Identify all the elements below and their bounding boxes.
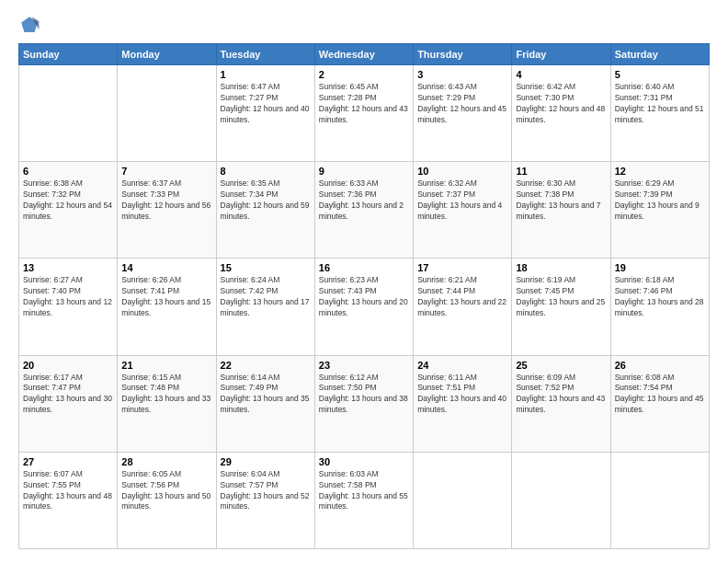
calendar-day-cell: 11 Sunrise: 6:30 AM Sunset: 7:38 PM Dayl… (512, 162, 610, 259)
weekday-header: Tuesday (216, 44, 314, 65)
calendar-day-cell: 29 Sunrise: 6:04 AM Sunset: 7:57 PM Dayl… (216, 452, 314, 548)
logo (18, 14, 44, 36)
day-number: 10 (417, 166, 507, 177)
day-number: 16 (319, 262, 409, 273)
day-number: 21 (121, 360, 211, 371)
day-number: 28 (121, 456, 211, 467)
day-info: Sunrise: 6:35 AM Sunset: 7:34 PM Dayligh… (221, 178, 311, 223)
calendar-day-cell (512, 452, 610, 548)
day-info: Sunrise: 6:40 AM Sunset: 7:31 PM Dayligh… (615, 82, 705, 126)
calendar-week-row: 27 Sunrise: 6:07 AM Sunset: 7:55 PM Dayl… (19, 452, 710, 548)
day-number: 19 (615, 262, 705, 273)
day-number: 27 (23, 456, 113, 467)
weekday-header: Saturday (610, 44, 709, 65)
day-info: Sunrise: 6:12 AM Sunset: 7:50 PM Dayligh… (319, 373, 409, 417)
calendar-day-cell: 21 Sunrise: 6:15 AM Sunset: 7:48 PM Dayl… (118, 355, 216, 452)
calendar-day-cell: 3 Sunrise: 6:43 AM Sunset: 7:29 PM Dayli… (414, 65, 512, 162)
day-info: Sunrise: 6:30 AM Sunset: 7:38 PM Dayligh… (516, 178, 606, 223)
calendar-week-row: 6 Sunrise: 6:38 AM Sunset: 7:32 PM Dayli… (19, 162, 710, 259)
day-number: 4 (516, 69, 606, 80)
calendar-day-cell (19, 65, 118, 162)
calendar-day-cell: 5 Sunrise: 6:40 AM Sunset: 7:31 PM Dayli… (610, 65, 709, 162)
day-info: Sunrise: 6:18 AM Sunset: 7:46 PM Dayligh… (615, 275, 705, 319)
calendar-week-row: 13 Sunrise: 6:27 AM Sunset: 7:40 PM Dayl… (19, 259, 710, 355)
calendar-day-cell: 12 Sunrise: 6:29 AM Sunset: 7:39 PM Dayl… (610, 162, 709, 259)
calendar-day-cell: 16 Sunrise: 6:23 AM Sunset: 7:43 PM Dayl… (314, 259, 413, 355)
weekday-header: Sunday (19, 44, 118, 65)
calendar-day-cell: 15 Sunrise: 6:24 AM Sunset: 7:42 PM Dayl… (216, 259, 314, 355)
calendar-day-cell: 22 Sunrise: 6:14 AM Sunset: 7:49 PM Dayl… (216, 355, 314, 452)
calendar-table: SundayMondayTuesdayWednesdayThursdayFrid… (18, 43, 710, 549)
day-info: Sunrise: 6:05 AM Sunset: 7:56 PM Dayligh… (121, 469, 211, 513)
day-number: 24 (417, 360, 507, 371)
day-info: Sunrise: 6:03 AM Sunset: 7:58 PM Dayligh… (319, 469, 409, 513)
day-number: 7 (121, 166, 211, 177)
day-number: 2 (319, 69, 409, 80)
calendar-day-cell: 27 Sunrise: 6:07 AM Sunset: 7:55 PM Dayl… (19, 452, 118, 548)
calendar-day-cell: 17 Sunrise: 6:21 AM Sunset: 7:44 PM Dayl… (414, 259, 512, 355)
logo-icon (18, 14, 40, 36)
calendar-day-cell: 8 Sunrise: 6:35 AM Sunset: 7:34 PM Dayli… (216, 162, 314, 259)
day-info: Sunrise: 6:08 AM Sunset: 7:54 PM Dayligh… (615, 373, 705, 417)
calendar-day-cell (118, 65, 216, 162)
day-info: Sunrise: 6:37 AM Sunset: 7:33 PM Dayligh… (121, 178, 211, 223)
day-number: 5 (615, 69, 705, 80)
day-number: 9 (319, 166, 409, 177)
page: SundayMondayTuesdayWednesdayThursdayFrid… (0, 0, 728, 563)
day-number: 3 (417, 69, 507, 80)
day-number: 6 (23, 166, 113, 177)
day-info: Sunrise: 6:11 AM Sunset: 7:51 PM Dayligh… (417, 373, 507, 417)
calendar-day-cell: 9 Sunrise: 6:33 AM Sunset: 7:36 PM Dayli… (314, 162, 413, 259)
calendar-day-cell: 14 Sunrise: 6:26 AM Sunset: 7:41 PM Dayl… (118, 259, 216, 355)
day-info: Sunrise: 6:17 AM Sunset: 7:47 PM Dayligh… (23, 373, 113, 417)
calendar-day-cell: 30 Sunrise: 6:03 AM Sunset: 7:58 PM Dayl… (314, 452, 413, 548)
day-info: Sunrise: 6:23 AM Sunset: 7:43 PM Dayligh… (319, 275, 409, 319)
weekday-header: Thursday (414, 44, 512, 65)
calendar-day-cell: 26 Sunrise: 6:08 AM Sunset: 7:54 PM Dayl… (610, 355, 709, 452)
day-info: Sunrise: 6:24 AM Sunset: 7:42 PM Dayligh… (221, 275, 311, 319)
day-number: 18 (516, 262, 606, 273)
calendar-day-cell: 7 Sunrise: 6:37 AM Sunset: 7:33 PM Dayli… (118, 162, 216, 259)
day-number: 13 (23, 262, 113, 273)
calendar-day-cell: 18 Sunrise: 6:19 AM Sunset: 7:45 PM Dayl… (512, 259, 610, 355)
calendar-day-cell (414, 452, 512, 548)
calendar-day-cell: 20 Sunrise: 6:17 AM Sunset: 7:47 PM Dayl… (19, 355, 118, 452)
calendar-week-row: 1 Sunrise: 6:47 AM Sunset: 7:27 PM Dayli… (19, 65, 710, 162)
day-number: 11 (516, 166, 606, 177)
day-info: Sunrise: 6:43 AM Sunset: 7:29 PM Dayligh… (417, 82, 507, 126)
day-number: 14 (121, 262, 211, 273)
weekday-header: Friday (512, 44, 610, 65)
day-number: 26 (615, 360, 705, 371)
calendar-week-row: 20 Sunrise: 6:17 AM Sunset: 7:47 PM Dayl… (19, 355, 710, 452)
calendar-day-cell: 25 Sunrise: 6:09 AM Sunset: 7:52 PM Dayl… (512, 355, 610, 452)
day-info: Sunrise: 6:29 AM Sunset: 7:39 PM Dayligh… (615, 178, 705, 223)
weekday-header: Wednesday (314, 44, 413, 65)
day-number: 22 (221, 360, 311, 371)
day-number: 29 (221, 456, 311, 467)
day-info: Sunrise: 6:32 AM Sunset: 7:37 PM Dayligh… (417, 178, 507, 223)
calendar-day-cell: 23 Sunrise: 6:12 AM Sunset: 7:50 PM Dayl… (314, 355, 413, 452)
day-info: Sunrise: 6:04 AM Sunset: 7:57 PM Dayligh… (221, 469, 311, 513)
calendar-day-cell: 1 Sunrise: 6:47 AM Sunset: 7:27 PM Dayli… (216, 65, 314, 162)
day-info: Sunrise: 6:38 AM Sunset: 7:32 PM Dayligh… (23, 178, 113, 223)
day-info: Sunrise: 6:45 AM Sunset: 7:28 PM Dayligh… (319, 82, 409, 126)
day-info: Sunrise: 6:09 AM Sunset: 7:52 PM Dayligh… (516, 373, 606, 417)
day-number: 1 (221, 69, 311, 80)
calendar-day-cell: 19 Sunrise: 6:18 AM Sunset: 7:46 PM Dayl… (610, 259, 709, 355)
day-info: Sunrise: 6:21 AM Sunset: 7:44 PM Dayligh… (417, 275, 507, 319)
day-info: Sunrise: 6:19 AM Sunset: 7:45 PM Dayligh… (516, 275, 606, 319)
day-number: 8 (221, 166, 311, 177)
day-info: Sunrise: 6:07 AM Sunset: 7:55 PM Dayligh… (23, 469, 113, 513)
day-number: 25 (516, 360, 606, 371)
header (18, 14, 710, 36)
calendar-day-cell: 13 Sunrise: 6:27 AM Sunset: 7:40 PM Dayl… (19, 259, 118, 355)
calendar-day-cell: 4 Sunrise: 6:42 AM Sunset: 7:30 PM Dayli… (512, 65, 610, 162)
day-number: 23 (319, 360, 409, 371)
calendar-header-row: SundayMondayTuesdayWednesdayThursdayFrid… (19, 44, 710, 65)
day-number: 30 (319, 456, 409, 467)
day-number: 20 (23, 360, 113, 371)
day-info: Sunrise: 6:26 AM Sunset: 7:41 PM Dayligh… (121, 275, 211, 319)
day-info: Sunrise: 6:15 AM Sunset: 7:48 PM Dayligh… (121, 373, 211, 417)
day-info: Sunrise: 6:47 AM Sunset: 7:27 PM Dayligh… (221, 82, 311, 126)
calendar-day-cell: 2 Sunrise: 6:45 AM Sunset: 7:28 PM Dayli… (314, 65, 413, 162)
